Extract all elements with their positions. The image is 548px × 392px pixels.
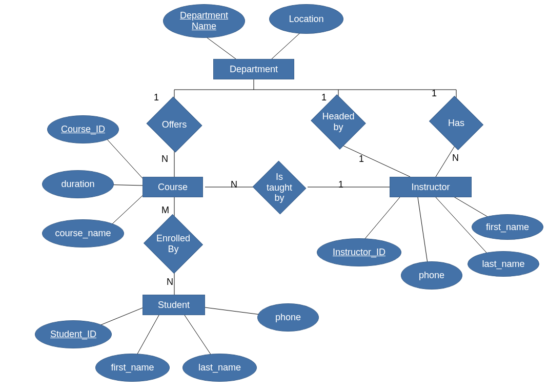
text-course-id: Course_ID: [61, 124, 105, 135]
attribute-stu-last-name: last_name: [182, 354, 257, 382]
entity-department: Department: [213, 59, 294, 79]
text-instructor-id: Instructor_ID: [333, 247, 385, 258]
text-enrolled-by: Enrolled By: [153, 233, 194, 254]
card-headed-inst: 1: [359, 154, 364, 164]
card-taught-inst: 1: [338, 179, 343, 190]
relationship-enrolled-by: Enrolled By: [137, 219, 209, 269]
text-duration: duration: [61, 179, 94, 190]
relationship-headed-by: Headed by: [307, 97, 370, 147]
svg-line-18: [418, 197, 428, 266]
attribute-department-name: Department Name: [163, 4, 245, 38]
text-offers: Offers: [162, 119, 187, 130]
text-inst-phone: phone: [419, 270, 444, 281]
svg-line-12: [102, 133, 144, 179]
card-has-dept: 1: [432, 88, 437, 99]
card-enroll-student: N: [167, 277, 173, 287]
text-inst-first-name: first_name: [486, 222, 529, 233]
text-department-name: Department Name: [167, 10, 241, 31]
entity-course: Course: [143, 177, 203, 197]
text-stu-phone: phone: [275, 312, 301, 323]
attribute-stu-phone: phone: [257, 303, 319, 332]
attribute-duration: duration: [42, 170, 114, 198]
entity-student: Student: [143, 295, 205, 315]
attribute-inst-first-name: first_name: [472, 214, 543, 240]
text-stu-last-name: last_name: [198, 362, 241, 373]
text-student: Student: [158, 300, 190, 311]
text-instructor: Instructor: [411, 182, 450, 193]
text-course-name: course_name: [55, 228, 111, 239]
entity-instructor: Instructor: [390, 177, 472, 197]
text-stu-first-name: first_name: [111, 362, 154, 373]
svg-line-8: [338, 143, 410, 177]
relationship-offers: Offers: [145, 101, 204, 148]
card-offers-course: N: [161, 154, 168, 164]
card-enroll-course: M: [161, 205, 169, 216]
svg-line-0: [205, 36, 236, 59]
card-has-inst: N: [452, 153, 459, 163]
text-is-taught-by: Is taught by: [262, 172, 296, 203]
attribute-course-name: course_name: [42, 219, 124, 247]
attribute-stu-first-name: first_name: [95, 354, 170, 382]
attribute-inst-last-name: last_name: [468, 251, 539, 277]
attribute-instructor-id: Instructor_ID: [317, 238, 401, 266]
attribute-location: Location: [269, 4, 343, 34]
relationship-has: Has: [427, 100, 486, 146]
text-location: Location: [289, 14, 323, 25]
card-taught-course: N: [231, 179, 237, 190]
relationship-is-taught-by: Is taught by: [250, 163, 309, 212]
text-student-id: Student_ID: [50, 329, 96, 340]
text-course: Course: [158, 182, 188, 193]
attribute-course-id: Course_ID: [47, 115, 119, 143]
attribute-inst-phone: phone: [401, 261, 462, 290]
text-headed-by: Headed by: [320, 111, 356, 132]
text-department: Department: [230, 64, 278, 75]
card-offers-dept: 1: [154, 92, 159, 103]
attribute-student-id: Student_ID: [35, 320, 112, 348]
card-headed-dept: 1: [321, 92, 327, 103]
svg-line-1: [272, 31, 302, 59]
text-inst-last-name: last_name: [482, 259, 524, 270]
text-has: Has: [448, 118, 464, 129]
